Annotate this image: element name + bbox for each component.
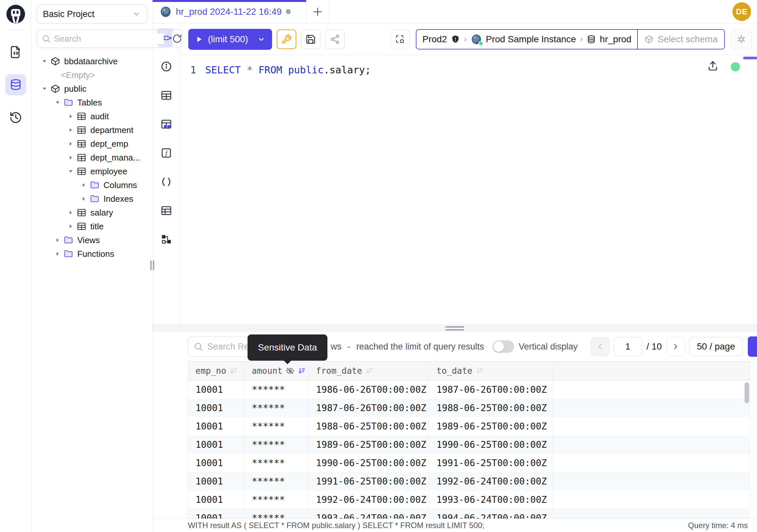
caret-right-icon[interactable] xyxy=(80,196,88,202)
column-header-to_date[interactable]: to_date xyxy=(429,361,552,380)
caret-down-icon[interactable] xyxy=(54,100,62,106)
tree-item-views[interactable]: Views xyxy=(37,233,147,247)
tree-item-dept-mana[interactable]: dept_mana... xyxy=(37,151,147,165)
caret-right-icon[interactable] xyxy=(54,237,62,243)
caret-right-icon[interactable] xyxy=(67,127,75,133)
caret-right-icon[interactable] xyxy=(67,141,75,147)
masked-data-icon[interactable] xyxy=(157,115,176,134)
caret-down-icon[interactable] xyxy=(41,86,48,92)
caret-right-icon[interactable] xyxy=(67,155,75,161)
cell-from_date[interactable]: 1988-06-25T00:00:00Z xyxy=(309,417,429,435)
caret-right-icon[interactable] xyxy=(54,251,62,257)
caret-right-icon[interactable] xyxy=(67,113,75,119)
caret-right-icon[interactable] xyxy=(80,182,88,188)
prev-page-button[interactable] xyxy=(591,337,609,356)
database-icon[interactable] xyxy=(5,74,26,95)
caret-down-icon[interactable] xyxy=(41,58,48,64)
cell-to_date[interactable]: 1989-06-25T00:00:00Z xyxy=(429,417,552,435)
bytebase-logo-icon[interactable] xyxy=(6,4,26,24)
project-select[interactable]: Basic Project xyxy=(37,5,147,24)
page-number-input[interactable]: 1 xyxy=(614,337,642,356)
cell-to_date[interactable]: 1992-06-24T00:00:00Z xyxy=(429,472,552,490)
tree-item-dept-emp[interactable]: dept_emp xyxy=(37,137,147,151)
caret-right-icon[interactable] xyxy=(67,223,75,229)
cell-emp_no[interactable]: 10001 xyxy=(188,417,245,435)
cell-emp_no[interactable]: 10001 xyxy=(188,380,245,399)
new-tab-button[interactable] xyxy=(307,0,329,23)
schema-diagram-icon[interactable] xyxy=(157,230,176,249)
tree-item-empty[interactable]: <Empty> xyxy=(37,68,147,82)
cell-to_date[interactable]: 1988-06-25T00:00:00Z xyxy=(429,399,552,417)
sort-icon[interactable] xyxy=(476,366,484,375)
caret-down-icon[interactable] xyxy=(67,169,75,174)
cell-amount[interactable]: ****** xyxy=(245,380,309,399)
connection-context[interactable]: Prod2 › Prod Sample Instance › xyxy=(416,30,637,49)
cell-to_date[interactable]: 1994-06-24T00:00:00Z xyxy=(429,509,552,518)
worksheet-icon[interactable] xyxy=(5,42,26,63)
run-query-button[interactable]: (limit 500) xyxy=(188,29,272,50)
sort-icon[interactable] xyxy=(298,366,306,375)
panel-resize-handle[interactable] xyxy=(153,325,757,332)
tree-item-indexes[interactable]: Indexes xyxy=(37,192,147,206)
cell-emp_no[interactable]: 10001 xyxy=(188,435,245,454)
sort-icon[interactable] xyxy=(229,366,238,375)
caret-right-icon[interactable] xyxy=(67,210,75,216)
sidebar-search-input[interactable] xyxy=(54,34,164,44)
editor-scrollbar-thumb[interactable] xyxy=(743,57,757,59)
cell-amount[interactable]: ****** xyxy=(245,417,309,435)
select-schema-button[interactable]: Select schema xyxy=(638,30,724,49)
cell-from_date[interactable]: 1991-06-25T00:00:00Z xyxy=(309,472,429,490)
cell-from_date[interactable]: 1992-06-24T00:00:00Z xyxy=(309,490,429,509)
tree-item-public[interactable]: public xyxy=(37,82,147,96)
cell-emp_no[interactable]: 10001 xyxy=(188,472,245,490)
tab-hr-prod[interactable]: hr_prod 2024-11-22 16:49 xyxy=(153,0,307,23)
share-button[interactable] xyxy=(325,29,345,49)
procedure-parens-icon[interactable] xyxy=(157,172,176,191)
cell-from_date[interactable]: 1987-06-26T00:00:00Z xyxy=(309,399,429,417)
cell-emp_no[interactable]: 10001 xyxy=(188,490,245,509)
tree-item-title[interactable]: title xyxy=(37,219,147,233)
cell-amount[interactable]: ****** xyxy=(245,454,309,472)
cell-to_date[interactable]: 1991-06-25T00:00:00Z xyxy=(429,454,552,472)
cell-amount[interactable]: ****** xyxy=(245,472,309,490)
tree-item-functions[interactable]: Functions xyxy=(37,247,147,261)
tree-item-employee[interactable]: employee xyxy=(37,165,147,178)
tree-item-columns[interactable]: Columns xyxy=(37,178,147,192)
tree-item-audit[interactable]: audit xyxy=(37,110,147,123)
page-size-select[interactable]: 50 / page xyxy=(689,337,742,356)
table-columns-icon[interactable] xyxy=(157,86,176,105)
table-scrollbar-thumb[interactable] xyxy=(744,382,749,403)
history-icon[interactable] xyxy=(5,107,26,128)
column-header-from_date[interactable]: from_date xyxy=(309,361,429,380)
tree-item-tables[interactable]: Tables xyxy=(37,96,147,110)
cell-amount[interactable]: ****** xyxy=(245,490,309,509)
sort-icon[interactable] xyxy=(365,366,374,375)
cell-amount[interactable]: ****** xyxy=(245,399,309,417)
table-data-icon[interactable] xyxy=(157,201,176,220)
vertical-display-toggle[interactable] xyxy=(493,340,514,353)
user-avatar[interactable]: DE xyxy=(733,2,751,21)
sidebar-resize-handle[interactable] xyxy=(150,261,154,270)
column-header-emp_no[interactable]: emp_no xyxy=(188,361,245,380)
ai-assistant-button[interactable] xyxy=(731,29,752,50)
batch-query-button[interactable] xyxy=(390,29,410,49)
cell-from_date[interactable]: 1990-06-25T00:00:00Z xyxy=(309,454,429,472)
function-icon[interactable]: f xyxy=(157,143,176,163)
refresh-button[interactable] xyxy=(172,29,182,48)
cell-from_date[interactable]: 1993-06-24T00:00:00Z xyxy=(309,509,429,518)
save-button[interactable] xyxy=(301,29,320,49)
column-header-amount[interactable]: amount xyxy=(245,361,309,380)
cell-to_date[interactable]: 1990-06-25T00:00:00Z xyxy=(429,435,552,454)
tree-item-department[interactable]: department xyxy=(37,123,147,137)
upload-icon[interactable] xyxy=(707,60,718,74)
cell-from_date[interactable]: 1986-06-26T00:00:00Z xyxy=(309,380,429,399)
tree-item-bbdataarchive[interactable]: bbdataarchive xyxy=(37,54,147,68)
cell-from_date[interactable]: 1989-06-25T00:00:00Z xyxy=(309,435,429,454)
cell-emp_no[interactable]: 10001 xyxy=(188,454,245,472)
sql-editor[interactable]: 1 SELECT * FROM public.salary; xyxy=(180,55,757,325)
cell-emp_no[interactable]: 10001 xyxy=(188,509,245,518)
code-line[interactable]: 1 SELECT * FROM public.salary; xyxy=(180,63,757,77)
cell-to_date[interactable]: 1993-06-24T00:00:00Z xyxy=(429,490,552,509)
tree-item-salary[interactable]: salary xyxy=(37,206,147,219)
format-sql-button[interactable] xyxy=(277,29,296,49)
